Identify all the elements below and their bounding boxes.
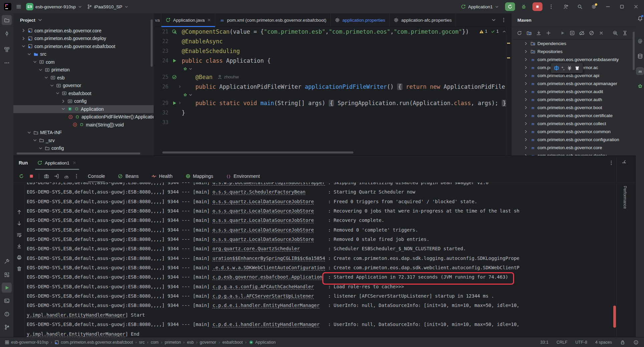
tree-chevron-icon[interactable]	[27, 130, 32, 135]
status-4-spaces[interactable]: 4 spaces	[595, 340, 612, 345]
chevron-right-icon[interactable]	[178, 85, 182, 88]
tree-chevron-icon[interactable]	[523, 73, 528, 78]
tree-chevron-icon[interactable]	[523, 49, 528, 54]
ime-halfwidth-icon[interactable]	[567, 65, 572, 71]
chevron-down-icon[interactable]	[37, 17, 43, 23]
tree-chevron-icon[interactable]	[523, 153, 528, 156]
breadcrumb-item-com-primeton-esb-governor-esbafcboot[interactable]: com.primeton.esb.governor.esbafcboot	[54, 340, 133, 345]
tree-chevron-icon[interactable]	[44, 75, 49, 80]
trash-button[interactable]	[15, 264, 23, 273]
tree-chevron-icon[interactable]	[523, 65, 528, 70]
maven-item-com-primeton-esb-governor-auth[interactable]: mcom.primeton.esb.governor.auth	[511, 95, 636, 103]
arrow-up-button[interactable]	[15, 208, 23, 216]
run-view-tab-beans[interactable]: Beans	[118, 170, 139, 182]
ime-skin-icon[interactable]	[575, 65, 580, 71]
logger-link[interactable]: y.impl.handler.EntityHandlerManager	[27, 312, 125, 318]
thread-dump-icon[interactable]	[54, 174, 59, 179]
maximize-button[interactable]	[619, 4, 625, 9]
tree-item-primeton[interactable]: primeton	[13, 66, 154, 74]
scan-icon[interactable]	[172, 29, 177, 34]
tool-commit-button[interactable]	[2, 28, 12, 38]
breadcrumb-item-primeton[interactable]: primeton	[165, 340, 181, 345]
tree-chevron-icon[interactable]	[523, 113, 528, 118]
editor-horizontal-scrollbar[interactable]	[162, 151, 353, 153]
maven-item-com-primeton-esb-governor-common[interactable]: mcom.primeton.esb.governor.common	[511, 127, 636, 135]
run-view-tab-environment[interactable]: {}Environment	[226, 170, 260, 182]
breadcrumb-item-com[interactable]: com	[151, 340, 159, 345]
tool-terminal-button[interactable]	[2, 296, 12, 306]
maven-item-com-primeton-esb-governor-deploy[interactable]: mcom.primeton.esb.governor.deploy	[511, 151, 636, 155]
maven-item-repositories[interactable]: Repositories	[511, 47, 636, 55]
tool-project-button[interactable]	[2, 15, 12, 25]
breadcrumb-item-esbafcboot[interactable]: esbafcboot	[222, 340, 243, 345]
editor-tab-va[interactable]: va	[154, 13, 161, 27]
logger-link[interactable]: c.p.g.a.s.config.AFCAuthCacheHandler	[212, 284, 314, 289]
maven-item-dependencies[interactable]: Dependencies	[511, 39, 636, 47]
stop-red-icon[interactable]	[29, 174, 34, 179]
editor-tab-application.properties[interactable]: application.properties	[331, 13, 389, 27]
tree-chevron-icon[interactable]	[38, 146, 43, 151]
tree-chevron-icon[interactable]	[523, 81, 528, 86]
vcs-branch-widget[interactable]: iPaaS910_SP	[87, 4, 129, 9]
maven-item-com-primeton-esb-governor-collect[interactable]: mcom.primeton.esb.governor.collect	[511, 119, 636, 127]
maven-toolwindow-button[interactable]: m	[636, 67, 644, 75]
status-crlf[interactable]: CRLF	[556, 340, 568, 345]
tree-chevron-icon[interactable]	[21, 28, 26, 33]
notifications-button[interactable]	[636, 14, 644, 22]
main-menu-icon[interactable]	[16, 4, 21, 9]
tree-item-com-primeton-esb-governor-esbafcboot[interactable]: com.primeton.esb.governor.esbafcboot	[13, 42, 154, 50]
logger-link[interactable]: o.s.s.quartz.LocalDataSourceJobStore	[212, 199, 314, 204]
prev-problem-icon[interactable]	[502, 29, 506, 34]
editor-tab-application.java[interactable]: Application.java	[161, 13, 215, 27]
run-triangle-icon[interactable]	[172, 58, 177, 63]
maven-item-com-primeton-esb-governor-certificate[interactable]: mcom.primeton.esb.governor.certificate	[511, 111, 636, 119]
tab-list-icon[interactable]	[491, 17, 496, 23]
x-dim-icon[interactable]	[599, 30, 604, 36]
performance-tab[interactable]: Performance	[623, 186, 627, 209]
maven-item-com-primeton-esb-governor-core[interactable]: mcom.primeton.esb.governor.core	[511, 143, 636, 151]
tree-item-config[interactable]: config	[13, 144, 154, 152]
tree-item-com-primeton-esb-governor-core[interactable]: com.primeton.esb.governor.core	[13, 27, 154, 35]
arrow-down-button[interactable]	[15, 219, 23, 228]
run-configuration-selector[interactable]: Application1	[461, 4, 499, 9]
tool-services-button[interactable]	[2, 270, 12, 280]
tree-chevron-icon[interactable]	[523, 145, 528, 150]
tree-chevron-icon[interactable]	[523, 41, 528, 46]
run-view-tab-console[interactable]: Console	[88, 170, 105, 182]
stop-button[interactable]	[532, 2, 542, 11]
tool-structure-button[interactable]	[2, 44, 12, 54]
tool-run-button[interactable]	[2, 283, 12, 293]
tool-more-button[interactable]	[2, 58, 12, 68]
minimize-button[interactable]	[605, 4, 611, 9]
close-tab-icon[interactable]	[207, 18, 211, 22]
tree-chevron-icon[interactable]	[61, 106, 66, 111]
run-triangle-icon[interactable]	[172, 100, 177, 106]
refresh-icon[interactable]	[517, 30, 522, 36]
tree-item-governor[interactable]: governor	[13, 82, 154, 90]
settings-button[interactable]	[591, 4, 597, 9]
maven-item-com-primeton-esb-governor-audit[interactable]: mcom.primeton.esb.governor.audit	[511, 87, 636, 95]
soft-wrap-button[interactable]	[15, 230, 23, 239]
code-inlay-hint[interactable]	[154, 65, 511, 72]
tree-item-com[interactable]: com	[13, 58, 154, 66]
tree-item-esbafcboot[interactable]: esbafcboot	[13, 89, 154, 97]
logger-link[interactable]: c.p.d.e.i.handler.EntityHandlerManager	[212, 322, 319, 327]
tree-chevron-icon[interactable]	[523, 129, 528, 134]
camera-icon[interactable]	[44, 174, 49, 179]
status-33-1[interactable]: 33:1	[540, 340, 548, 345]
maven-item-com-primeton-esb-governor-apimanager[interactable]: mcom.primeton.esb.governor.apimanager	[511, 79, 636, 87]
ai-assistant-button[interactable]: @	[636, 37, 644, 45]
gauge-icon[interactable]	[64, 174, 69, 179]
tree-item-applicationpidfilewriter-applicationpi[interactable]: mapplicationPidFileWriter():ApplicationP…	[13, 113, 154, 121]
logger-link[interactable]: o.s.s.quartz.SchedulerFactoryBean	[212, 189, 305, 195]
tree-chevron-icon[interactable]	[523, 121, 528, 126]
tree-item-esb[interactable]: esb	[13, 74, 154, 82]
run-tab-application1[interactable]: Application1	[37, 156, 77, 170]
tool-build-button[interactable]	[2, 256, 12, 266]
logger-link[interactable]: c.p.g.a.s.l.AFCServerStartUpListener	[212, 293, 314, 299]
collapse-icon[interactable]	[622, 159, 627, 164]
rerun-green-icon[interactable]	[19, 174, 24, 179]
logger-link[interactable]: c.p.d.e.i.handler.EntityHandlerManager	[212, 303, 319, 308]
code-inlay-hint[interactable]	[154, 91, 511, 98]
tree-chevron-icon[interactable]	[523, 137, 528, 142]
